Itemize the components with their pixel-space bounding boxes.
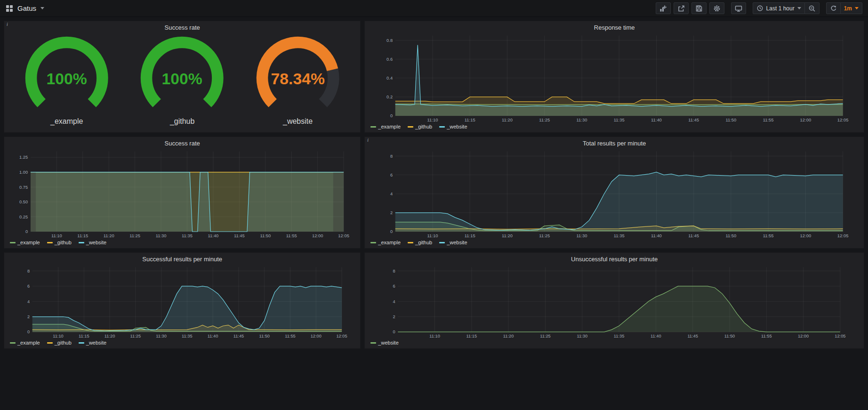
chart-area-response-time[interactable]: 11:1011:1511:2011:2511:3011:3511:4011:45… (365, 32, 864, 123)
x-tick-label: 12:05 (837, 117, 849, 122)
gauge-value-text: 78.34% (271, 70, 324, 88)
legend-item-_example[interactable]: _example (370, 240, 401, 245)
x-tick-label: 12:05 (835, 334, 846, 338)
chart-area-total-results[interactable]: 11:1011:1511:2011:2511:3011:3511:4011:45… (365, 148, 864, 239)
legend-item-_example[interactable]: _example (370, 124, 401, 129)
legend-item-_github[interactable]: _github (408, 124, 432, 129)
navbar: Gatus (0, 0, 868, 17)
panel-title-successful-results[interactable]: Successful results per minute (4, 253, 360, 264)
y-tick-label: 0 (393, 330, 395, 334)
x-tick-label: 11:15 (466, 334, 477, 338)
x-tick-label: 12:05 (338, 233, 349, 238)
y-tick-label: 0.50 (19, 199, 28, 204)
successful-results-graph[interactable]: 11:1011:1511:2011:2511:3011:3511:4011:45… (4, 264, 360, 339)
total-results-graph[interactable]: 11:1011:1511:2011:2511:3011:3511:4011:45… (365, 148, 864, 239)
legend-item-_example[interactable]: _example (10, 340, 40, 346)
x-tick-label: 12:00 (800, 233, 812, 238)
add-panel-icon (659, 5, 667, 12)
y-tick-label: 0 (390, 113, 393, 118)
legend-item-_website[interactable]: _website (370, 340, 398, 346)
legend-item-_github[interactable]: _github (47, 340, 72, 346)
x-tick-label: 11:15 (77, 233, 88, 238)
refresh-button[interactable] (826, 2, 841, 14)
legend-marker (10, 342, 16, 344)
gauge-label-example: _example (50, 116, 83, 129)
panel-title-success-rate-gauges[interactable]: Success rate (4, 21, 360, 32)
zoom-out-button[interactable] (805, 2, 820, 14)
x-tick-label: 11:20 (502, 117, 513, 122)
legend-label: _example (378, 124, 401, 129)
legend-item-_github[interactable]: _github (408, 240, 432, 245)
legend-item-_website[interactable]: _website (439, 124, 467, 129)
legend-marker (370, 126, 376, 128)
x-tick-label: 11:50 (724, 334, 735, 338)
add-panel-button[interactable] (656, 2, 671, 14)
legend-marker (408, 242, 413, 243)
dashboard-title[interactable]: Gatus (17, 4, 36, 12)
gauge-arc-example: 100% (9, 32, 124, 116)
gauge-github[interactable]: 100% _github (124, 32, 240, 129)
y-tick-label: 0 (27, 330, 30, 334)
x-tick-label: 11:30 (156, 233, 167, 238)
legend-label: _example (378, 240, 401, 245)
legend-item-_github[interactable]: _github (47, 240, 72, 245)
legend-item-_example[interactable]: _example (10, 240, 40, 245)
y-tick-label: 0 (25, 229, 28, 234)
legend-item-_website[interactable]: _website (439, 240, 467, 245)
legend-label: _github (55, 240, 72, 245)
response-time-graph[interactable]: 11:1011:1511:2011:2511:3011:3511:4011:45… (365, 32, 864, 123)
y-tick-label: 4 (393, 299, 395, 304)
x-tick-label: 11:40 (651, 233, 662, 238)
gauge-arc-github: 100% (124, 32, 240, 116)
panel-title-response-time[interactable]: Response time (365, 21, 864, 32)
x-tick-label: 11:35 (182, 334, 193, 338)
time-range-button[interactable]: Last 1 hour (753, 2, 805, 14)
y-tick-label: 2 (27, 314, 30, 319)
legend-marker (370, 342, 376, 344)
refresh-interval-button[interactable]: 1m (841, 2, 862, 14)
x-tick-label: 12:00 (312, 233, 323, 238)
legend-item-_website[interactable]: _website (79, 240, 106, 245)
info-icon[interactable]: i (7, 22, 8, 27)
x-tick-label: 12:00 (311, 334, 321, 338)
share-button[interactable] (674, 2, 689, 14)
dashboard-grid: i Success rate 100% _example 100% _githu… (0, 17, 868, 353)
y-tick-label: 1.00 (19, 169, 28, 175)
chart-area-unsuccessful-results[interactable]: 11:1011:1511:2011:2511:3011:3511:4011:45… (365, 264, 864, 339)
x-tick-label: 11:50 (260, 233, 271, 238)
cycle-view-button[interactable] (731, 2, 746, 14)
gauge-website[interactable]: 78.34% _website (240, 32, 355, 129)
legend-item-_website[interactable]: _website (79, 340, 106, 346)
y-tick-label: 4 (27, 299, 30, 304)
dashboard-grid-icon[interactable] (6, 5, 13, 12)
settings-button[interactable] (709, 2, 724, 14)
gauge-arc-website: 78.34% (240, 32, 355, 116)
save-button[interactable] (691, 2, 707, 14)
legend-marker (439, 126, 445, 128)
chart-area-success-rate[interactable]: 11:1011:1511:2011:2511:3011:3511:4011:45… (4, 148, 360, 239)
panel-total-results: i Total results per minute 11:1011:1511:… (364, 137, 864, 249)
y-tick-label: 6 (393, 284, 395, 289)
x-tick-label: 11:55 (763, 233, 774, 238)
success-rate-graph[interactable]: 11:1011:1511:2011:2511:3011:3511:4011:45… (4, 148, 360, 239)
info-icon[interactable]: i (367, 137, 369, 143)
chart-area-successful-results[interactable]: 11:1011:1511:2011:2511:3011:3511:4011:45… (4, 264, 360, 339)
x-tick-label: 11:20 (104, 233, 114, 238)
panel-title-total-results[interactable]: Total results per minute (365, 137, 864, 148)
unsuccessful-results-graph[interactable]: 11:1011:1511:2011:2511:3011:3511:4011:45… (365, 264, 864, 339)
x-tick-label: 11:10 (53, 334, 64, 338)
legend-success-rate: _example_github_website (4, 239, 360, 248)
panel-title-success-rate-graph[interactable]: Success rate (4, 137, 360, 148)
monitor-icon (735, 5, 742, 12)
x-tick-label: 11:35 (614, 334, 625, 338)
time-picker-group: Last 1 hour (753, 2, 820, 14)
x-tick-label: 11:15 (79, 334, 89, 338)
legend-label: _example (17, 340, 40, 346)
gauge-example[interactable]: 100% _example (9, 32, 124, 129)
dashboard-dropdown-caret-icon[interactable] (40, 7, 44, 9)
gauge-value-text: 100% (47, 70, 87, 88)
x-tick-label: 11:35 (614, 117, 625, 122)
x-tick-label: 11:40 (651, 334, 661, 338)
panel-title-unsuccessful-results[interactable]: Unsuccessful results per minute (365, 253, 864, 264)
x-tick-label: 11:45 (234, 233, 245, 238)
